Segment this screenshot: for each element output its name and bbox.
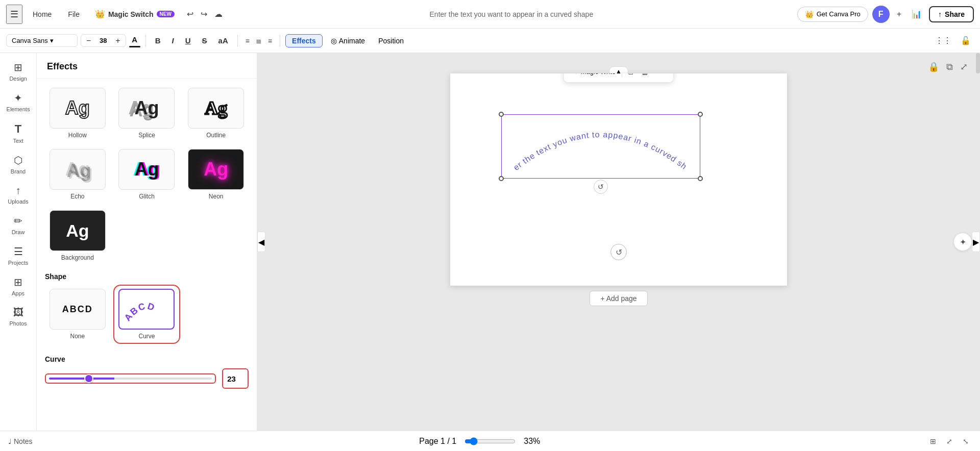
font-dropdown-icon: ▾ bbox=[50, 37, 54, 44]
align-left-button[interactable]: ≡ bbox=[243, 35, 252, 47]
get-pro-button[interactable]: 👑 Get Canva Pro bbox=[797, 7, 868, 22]
effects-scroll[interactable]: Ag Hollow Ag Ag Splice Ag Outline bbox=[37, 79, 257, 431]
effect-card-outline[interactable]: Ag Outline bbox=[183, 85, 249, 142]
grid-icon-button[interactable]: ⋮⋮ bbox=[932, 33, 954, 48]
aa-button[interactable]: aA bbox=[214, 34, 232, 47]
sidebar-item-elements[interactable]: ✦ Elements bbox=[2, 88, 35, 116]
effect-card-echo[interactable]: Ag Echo bbox=[45, 146, 110, 203]
magic-switch-crown-icon: 👑 bbox=[95, 9, 105, 19]
sidebar-item-label: Text bbox=[13, 138, 23, 144]
shape-card-none[interactable]: ABCD None bbox=[45, 286, 110, 343]
elements-icon: ✦ bbox=[14, 92, 22, 104]
rotate-handle[interactable]: ↺ bbox=[594, 180, 608, 194]
copy-element-button[interactable]: ⧉ bbox=[624, 73, 636, 79]
delete-element-button[interactable]: 🗑 bbox=[638, 73, 652, 79]
font-selector[interactable]: Canva Sans ▾ bbox=[6, 34, 78, 47]
canvas-area: 🔒 ⧉ ⤢ ▲ ✦ Magic W bbox=[257, 53, 980, 431]
position-button[interactable]: Position bbox=[373, 35, 409, 47]
italic-button[interactable]: I bbox=[168, 34, 178, 47]
sidebar-item-projects[interactable]: ☰ Projects bbox=[2, 241, 35, 270]
canvas-rotate-indicator[interactable]: ↺ bbox=[610, 244, 627, 260]
curve-slider[interactable] bbox=[49, 378, 212, 380]
bold-button[interactable]: B bbox=[151, 34, 165, 47]
undo-button[interactable]: ↩ bbox=[184, 6, 197, 22]
align-buttons: ≡ ≣ ≡ bbox=[243, 35, 275, 47]
notes-label: Notes bbox=[14, 437, 33, 445]
effect-card-background[interactable]: Ag Background bbox=[45, 207, 110, 264]
file-button[interactable]: File bbox=[62, 7, 86, 21]
effect-card-glitch[interactable]: Ag Glitch bbox=[114, 146, 180, 203]
align-right-button[interactable]: ≡ bbox=[265, 35, 275, 47]
magic-switch-label: Magic Switch bbox=[108, 10, 154, 18]
sidebar-item-uploads[interactable]: ↑ Uploads bbox=[2, 181, 35, 209]
sidebar-item-text[interactable]: T Text bbox=[2, 118, 35, 148]
grid-view-button[interactable]: ⊞ bbox=[927, 435, 939, 447]
analytics-icon[interactable]: 📊 bbox=[909, 6, 925, 22]
sidebar-item-apps[interactable]: ⊞ Apps bbox=[2, 272, 35, 300]
apps-icon: ⊞ bbox=[14, 276, 22, 288]
magic-resize-button[interactable]: ✦ bbox=[953, 233, 972, 251]
animate-label: Animate bbox=[339, 37, 365, 45]
zoom-slider[interactable] bbox=[464, 437, 516, 445]
add-page-button[interactable]: + Add page bbox=[590, 291, 647, 306]
effect-card-hollow[interactable]: Ag Hollow bbox=[45, 85, 110, 142]
effect-preview-outline: Ag bbox=[188, 88, 244, 129]
curve-section: Curve bbox=[45, 353, 249, 391]
magic-write-button[interactable]: ✦ Magic Write bbox=[569, 73, 620, 78]
effects-button[interactable]: Effects bbox=[285, 34, 323, 47]
panel-collapse-right[interactable]: ▶ bbox=[972, 232, 980, 252]
canvas-scroll[interactable]: ▲ ✦ Magic Write ⧉ bbox=[257, 53, 980, 431]
font-size-decrease[interactable]: − bbox=[84, 36, 93, 45]
sidebar-item-draw[interactable]: ✏ Draw bbox=[2, 211, 35, 239]
align-center-button[interactable]: ≣ bbox=[253, 35, 264, 47]
shape-section-title: Shape bbox=[45, 272, 249, 281]
shape-card-curve[interactable]: ABCD Curve bbox=[114, 286, 180, 343]
canvas-page-wrapper: ▲ ✦ Magic Write ⧉ bbox=[450, 73, 787, 310]
sidebar-item-design[interactable]: ⊞ Design bbox=[2, 57, 35, 86]
sidebar-item-photos[interactable]: 🖼 Photos bbox=[2, 303, 35, 331]
statusbar-left: ♩ Notes bbox=[8, 437, 33, 445]
topbar-right: 👑 Get Canva Pro F + 📊 ↑ Share bbox=[797, 6, 974, 23]
projects-icon: ☰ bbox=[14, 245, 23, 258]
lock-button[interactable]: 🔓 bbox=[958, 33, 974, 48]
sidebar-item-label: Brand bbox=[11, 168, 26, 174]
text-color-picker[interactable]: A bbox=[129, 34, 140, 47]
document-title-input[interactable] bbox=[384, 10, 639, 18]
magic-switch-button[interactable]: 👑 Magic Switch NEW bbox=[90, 6, 180, 22]
canvas-container: ✦ Magic Write ⧉ 🗑 ··· bbox=[450, 73, 787, 286]
divider-2 bbox=[237, 35, 238, 47]
fullscreen-button[interactable]: ⤢ bbox=[943, 435, 955, 447]
effect-card-splice[interactable]: Ag Ag Splice bbox=[114, 85, 180, 142]
left-sidebar: ⊞ Design ✦ Elements T Text ⬡ Brand ↑ Upl… bbox=[0, 53, 37, 431]
effect-card-neon[interactable]: Ag Neon bbox=[183, 146, 249, 203]
cloud-save-icon[interactable]: ☁ bbox=[211, 6, 226, 22]
home-button[interactable]: Home bbox=[27, 7, 58, 21]
text-toolbar: Canva Sans ▾ − + A B I U S aA ≡ ≣ ≡ Effe… bbox=[0, 29, 980, 53]
avatar[interactable]: F bbox=[872, 6, 890, 23]
share-button[interactable]: ↑ Share bbox=[929, 6, 974, 22]
font-size-input[interactable] bbox=[94, 36, 112, 45]
shape-preview-none: ABCD bbox=[50, 289, 106, 330]
underline-button[interactable]: U bbox=[181, 34, 195, 47]
animate-button[interactable]: ◎ Animate bbox=[326, 35, 370, 47]
notes-button[interactable]: ♩ Notes bbox=[8, 437, 33, 445]
scrollbar-thumb[interactable] bbox=[976, 53, 980, 73]
add-account-button[interactable]: + bbox=[894, 7, 904, 22]
canvas-inner[interactable]: ✦ Magic Write ⧉ 🗑 ··· bbox=[450, 73, 787, 286]
text-element[interactable]: Enter the text you want to appear in a c… bbox=[501, 114, 700, 179]
text-icon: T bbox=[15, 122, 21, 136]
sidebar-item-brand[interactable]: ⬡ Brand bbox=[2, 150, 35, 179]
panel-collapse-left[interactable]: ◀ bbox=[257, 232, 265, 252]
redo-button[interactable]: ↪ bbox=[198, 6, 210, 22]
more-options-button[interactable]: ··· bbox=[654, 73, 668, 79]
curve-value-input[interactable] bbox=[222, 368, 249, 389]
animate-icon: ◎ bbox=[331, 37, 337, 45]
pro-crown-icon: 👑 bbox=[805, 10, 814, 18]
font-size-increase[interactable]: + bbox=[113, 36, 122, 45]
menu-button[interactable]: ☰ bbox=[6, 5, 22, 24]
text-toolbar-float: ✦ Magic Write ⧉ 🗑 ··· bbox=[564, 73, 673, 82]
strikethrough-button[interactable]: S bbox=[198, 34, 211, 47]
page-indicator: Page 1 / 1 bbox=[419, 437, 456, 446]
shape-label-curve: Curve bbox=[138, 333, 155, 340]
expand-button[interactable]: ⤡ bbox=[960, 435, 972, 447]
